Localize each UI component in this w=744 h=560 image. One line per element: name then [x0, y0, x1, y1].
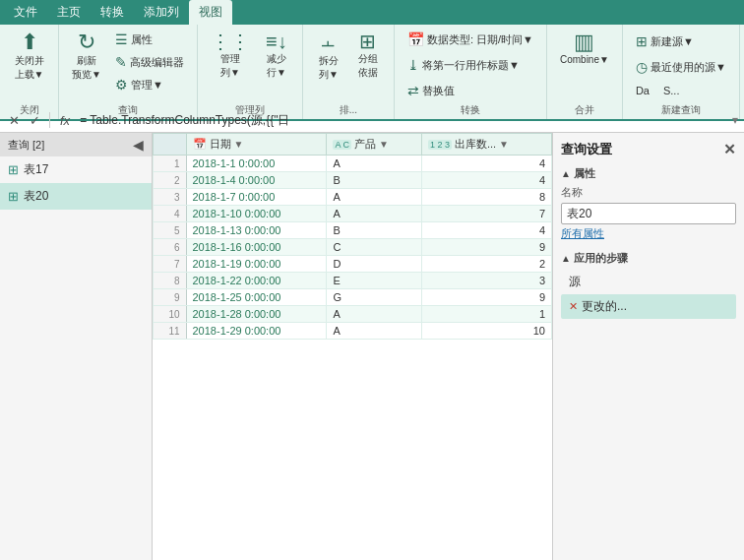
- qs-steps-section: ▲ 应用的步骤 源 ✕ 更改的...: [561, 251, 736, 319]
- product-col-label: 产品: [354, 137, 376, 152]
- sidebar-item-table20[interactable]: ⊞ 表20: [0, 183, 152, 210]
- properties-icon: ☰: [115, 31, 128, 47]
- split-col-button[interactable]: ⫠ 拆分列▼: [311, 29, 346, 85]
- output-filter-icon[interactable]: ▼: [499, 139, 509, 150]
- row-num-cell: 11: [154, 323, 187, 340]
- qs-step-source[interactable]: 源: [561, 270, 736, 294]
- combine-label: Combine▼: [560, 54, 609, 65]
- new-query-group-items: ⊞ 新建源▼ ◷ 最近使用的源▼ Da S...: [631, 29, 731, 101]
- da2-button[interactable]: S...: [658, 82, 685, 99]
- ribbon-group-new-query: ⊞ 新建源▼ ◷ 最近使用的源▼ Da S... 新建查询: [623, 25, 740, 119]
- replace-val-button[interactable]: ⇄ 替换值: [403, 80, 460, 101]
- qs-name-input[interactable]: [561, 203, 736, 224]
- manage-cols-items: ⋮⋮ 管理列▼ ≡↓ 减少行▼: [206, 29, 294, 101]
- ribbon-body: ⬆ 关闭并上载▼ 关闭 ↻ 刷新预览▼ ☰ 属性 ✎: [0, 25, 744, 121]
- sidebar-collapse-button[interactable]: ◀: [133, 137, 144, 153]
- output-col-label: 出库数...: [455, 137, 496, 152]
- refresh-icon: ↻: [78, 31, 95, 53]
- table-row: 4 2018-1-10 0:00:00 A 7: [154, 206, 552, 222]
- refresh-button[interactable]: ↻ 刷新预览▼: [67, 29, 106, 85]
- formula-cancel-button[interactable]: ✕: [6, 113, 23, 128]
- date-cell: 2018-1-29 0:00:00: [186, 323, 327, 340]
- table-row: 1 2018-1-1 0:00:00 A 4: [154, 156, 552, 172]
- query-settings-panel: 查询设置 ✕ ▲ 属性 名称 所有属性 ▲ 应用的步骤 源 ✕ 更改的...: [552, 133, 744, 560]
- data-type-button[interactable]: 📅 数据类型: 日期/时间▼: [403, 29, 538, 50]
- new-source-button[interactable]: ⊞ 新建源▼: [631, 31, 699, 52]
- qs-step-changed[interactable]: ✕ 更改的...: [561, 294, 736, 319]
- tab-view[interactable]: 视图: [189, 0, 232, 25]
- sidebar-item-table17[interactable]: ⊞ 表17: [0, 156, 152, 183]
- properties-button[interactable]: ☰ 属性: [110, 29, 189, 50]
- formula-confirm-button[interactable]: ✓: [27, 113, 43, 128]
- date-cell: 2018-1-7 0:00:00: [186, 189, 327, 206]
- data-table-wrap[interactable]: 📅 日期 ▼ A C 产品 ▼: [153, 133, 552, 560]
- close-upload-button[interactable]: ⬆ 关闭并上载▼: [10, 29, 49, 85]
- formula-input[interactable]: [80, 113, 726, 127]
- qs-name-label: 名称: [561, 185, 736, 200]
- product-filter-icon[interactable]: ▼: [379, 139, 389, 150]
- main-area: 查询 [2] ◀ ⊞ 表17 ⊞ 表20 📅 日期: [0, 133, 744, 560]
- recent-source-label: 最近使用的源▼: [651, 60, 726, 75]
- group-by-button[interactable]: ⊞ 分组依据: [350, 29, 386, 83]
- manage-button[interactable]: ⚙ 管理▼: [110, 74, 189, 95]
- combine-group-items: ▥ Combine▼: [555, 29, 614, 101]
- tab-home[interactable]: 主页: [47, 0, 91, 25]
- tab-add-col[interactable]: 添加列: [134, 0, 189, 25]
- tab-file[interactable]: 文件: [4, 0, 47, 25]
- product-cell: A: [327, 156, 421, 172]
- table-row: 7 2018-1-19 0:00:00 D 2: [154, 256, 552, 273]
- split-col-label: 拆分列▼: [319, 54, 339, 82]
- col-header-product: A C 产品 ▼: [327, 134, 421, 156]
- formula-bar-buttons: ✕ ✓: [6, 113, 43, 128]
- product-cell: B: [327, 222, 421, 239]
- date-filter-icon[interactable]: ▼: [234, 139, 244, 150]
- adv-editor-button[interactable]: ✎ 高级编辑器: [110, 51, 189, 73]
- da2-label: S...: [663, 85, 680, 96]
- output-cell: 9: [421, 239, 551, 256]
- manage-icon: ⚙: [115, 77, 128, 93]
- formula-bar-separator: [49, 112, 50, 128]
- close-group-items: ⬆ 关闭并上载▼: [10, 29, 49, 101]
- output-cell: 8: [421, 189, 551, 206]
- product-cell: G: [327, 289, 421, 306]
- qs-close-button[interactable]: ✕: [723, 141, 736, 158]
- combine-button[interactable]: ▥ Combine▼: [555, 29, 614, 68]
- table-row: 5 2018-1-13 0:00:00 B 4: [154, 222, 552, 239]
- sidebar-header: 查询 [2] ◀: [0, 133, 152, 156]
- recent-source-icon: ◷: [636, 59, 648, 75]
- date-cell: 2018-1-19 0:00:00: [186, 256, 327, 273]
- recent-source-button[interactable]: ◷ 最近使用的源▼: [631, 56, 731, 78]
- product-cell: A: [327, 189, 421, 206]
- row-num-cell: 9: [154, 289, 187, 306]
- col-header-date: 📅 日期 ▼: [186, 134, 327, 156]
- date-cell: 2018-1-10 0:00:00: [186, 206, 327, 222]
- product-cell: A: [327, 306, 421, 323]
- table-row: 8 2018-1-22 0:00:00 E 3: [154, 273, 552, 289]
- qs-all-props-link[interactable]: 所有属性: [561, 226, 736, 241]
- qs-properties-section: ▲ 属性 名称 所有属性: [561, 166, 736, 241]
- ribbon: 文件 主页 转换 添加列 视图 ⬆ 关闭并上载▼ 关闭 ↻ 刷新预览▼: [0, 0, 744, 108]
- query-col-btns: ☰ 属性 ✎ 高级编辑器 ⚙ 管理▼: [110, 29, 189, 95]
- table-row: 3 2018-1-7 0:00:00 A 8: [154, 189, 552, 206]
- reduce-rows-button[interactable]: ≡↓ 减少行▼: [259, 29, 294, 83]
- product-type-badge: A C: [333, 140, 351, 150]
- date-cell: 2018-1-16 0:00:00: [186, 239, 327, 256]
- manage-cols-label: 管理列▼: [220, 52, 240, 80]
- product-cell: E: [327, 273, 421, 289]
- output-cell: 4: [421, 156, 551, 172]
- date-cell: 2018-1-28 0:00:00: [186, 306, 327, 323]
- output-cell: 3: [421, 273, 551, 289]
- replace-val-label: 替换值: [422, 84, 455, 98]
- table-header-row: 📅 日期 ▼ A C 产品 ▼: [154, 134, 552, 156]
- date-cell: 2018-1-22 0:00:00: [186, 273, 327, 289]
- row-num-cell: 10: [154, 306, 187, 323]
- tab-transform[interactable]: 转换: [91, 0, 134, 25]
- qs-title: 查询设置: [561, 141, 612, 158]
- manage-cols-button[interactable]: ⋮⋮ 管理列▼: [206, 29, 255, 83]
- da1-button[interactable]: Da: [631, 82, 654, 99]
- formula-expand-button[interactable]: ▾: [732, 113, 738, 127]
- new-source-icon: ⊞: [636, 33, 648, 49]
- product-cell: B: [327, 172, 421, 189]
- first-row-button[interactable]: ⤓ 将第一行用作标题▼: [403, 54, 525, 76]
- row-num-cell: 7: [154, 256, 187, 273]
